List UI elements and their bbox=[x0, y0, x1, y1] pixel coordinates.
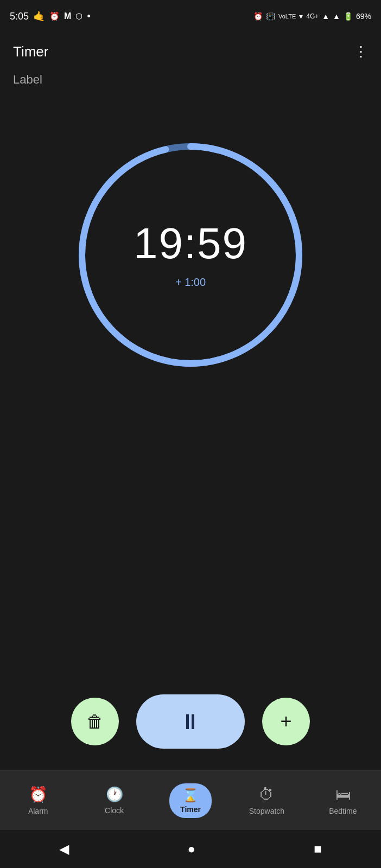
status-time: 5:05 bbox=[10, 11, 29, 22]
app-title: Timer bbox=[13, 43, 48, 60]
stopwatch-nav-label: Stopwatch bbox=[249, 807, 284, 815]
timer-nav-label: Timer bbox=[180, 805, 201, 814]
status-right: ⏰ 📳 VoLTE ▾ 4G+ ▲ ▲ 🔋 69% bbox=[253, 12, 371, 21]
nav-timer[interactable]: ⌛ Timer bbox=[153, 783, 228, 818]
status-bar: 5:05 🤙 ⏰ M ⬡ • ⏰ 📳 VoLTE ▾ 4G+ ▲ ▲ 🔋 69% bbox=[0, 0, 381, 33]
clock-nav-label: Clock bbox=[105, 806, 124, 815]
recents-button[interactable]: ■ bbox=[314, 841, 322, 857]
back-button[interactable]: ◀ bbox=[59, 841, 69, 857]
status-wifi-icon: ▾ bbox=[299, 12, 303, 21]
status-alarm2-icon: ⏰ bbox=[253, 12, 263, 21]
bottom-nav: ⏰ Alarm 🕐 Clock ⌛ Timer ⏱ Stopwatch 🛏 Be… bbox=[0, 770, 381, 830]
status-alarm-icon: ⏰ bbox=[49, 11, 60, 21]
pause-icon: ⏸ bbox=[180, 710, 201, 734]
more-options-icon[interactable]: ⋮ bbox=[354, 43, 368, 60]
status-hand-icon: 🤙 bbox=[33, 10, 45, 22]
home-button[interactable]: ● bbox=[187, 841, 195, 857]
timer-add-time: + 1:00 bbox=[175, 276, 206, 289]
bedtime-nav-label: Bedtime bbox=[329, 807, 357, 815]
nav-clock[interactable]: 🕐 Clock bbox=[76, 786, 152, 815]
alarm-nav-icon: ⏰ bbox=[29, 786, 48, 803]
timer-nav-icon: ⌛ bbox=[182, 788, 199, 803]
status-battery-pct: 69% bbox=[356, 12, 371, 21]
label-row: Label bbox=[0, 71, 381, 98]
app-bar: Timer ⋮ bbox=[0, 33, 381, 71]
timer-nav-pill: ⌛ Timer bbox=[169, 783, 212, 818]
circle-inner: 19:59 + 1:00 bbox=[134, 222, 247, 289]
plus-icon: + bbox=[280, 710, 291, 733]
status-shield-icon: ⬡ bbox=[75, 11, 82, 21]
trash-icon: 🗑 bbox=[86, 712, 104, 732]
clock-nav-icon: 🕐 bbox=[106, 786, 123, 803]
status-left: 5:05 🤙 ⏰ M ⬡ • bbox=[10, 10, 91, 22]
alarm-nav-label: Alarm bbox=[28, 807, 48, 815]
status-signal2-icon: ▲ bbox=[333, 12, 340, 21]
system-nav-bar: ◀ ● ■ bbox=[0, 830, 381, 868]
main-content: Timer ⋮ Label 19:59 + 1:00 🗑 ⏸ bbox=[0, 33, 381, 770]
timer-circle: 19:59 + 1:00 bbox=[71, 136, 310, 374]
status-mail-icon: M bbox=[64, 11, 71, 21]
controls-area: 🗑 ⏸ + bbox=[0, 662, 381, 770]
status-4g-icon: 4G+ bbox=[306, 12, 319, 20]
delete-button[interactable]: 🗑 bbox=[71, 698, 119, 745]
status-vibrate-icon: 📳 bbox=[266, 12, 275, 21]
status-signal1-icon: ▲ bbox=[322, 12, 329, 21]
nav-bedtime[interactable]: 🛏 Bedtime bbox=[305, 786, 381, 815]
pause-button[interactable]: ⏸ bbox=[136, 694, 245, 749]
nav-stopwatch[interactable]: ⏱ Stopwatch bbox=[228, 786, 304, 815]
status-volte-icon: VoLTE bbox=[278, 13, 296, 20]
timer-area: 19:59 + 1:00 bbox=[0, 98, 381, 391]
nav-alarm[interactable]: ⏰ Alarm bbox=[0, 786, 76, 815]
bedtime-nav-icon: 🛏 bbox=[335, 786, 351, 803]
status-dot: • bbox=[87, 11, 90, 22]
stopwatch-nav-icon: ⏱ bbox=[259, 786, 274, 803]
add-time-button[interactable]: + bbox=[262, 698, 310, 745]
timer-display: 19:59 bbox=[134, 222, 247, 265]
timer-label[interactable]: Label bbox=[13, 73, 42, 86]
status-battery-icon: 🔋 bbox=[344, 12, 353, 21]
